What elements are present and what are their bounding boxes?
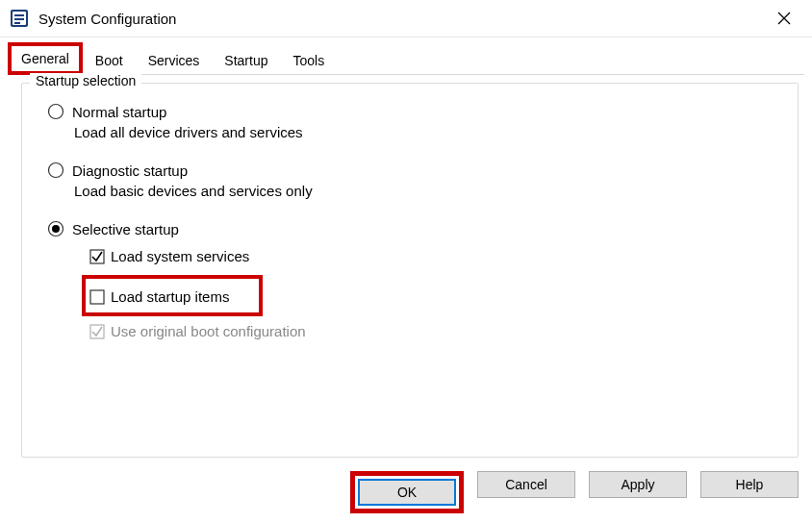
checkbox-load-startup-items-label: Load startup items <box>111 288 229 305</box>
tab-boot[interactable]: Boot <box>83 47 136 75</box>
radio-selective-startup[interactable]: Selective startup <box>47 220 778 237</box>
cancel-button[interactable]: Cancel <box>477 471 575 498</box>
radio-diagnostic-desc: Load basic devices and services only <box>74 183 778 199</box>
radio-selective-label: Selective startup <box>72 221 179 237</box>
ok-button[interactable]: OK <box>358 479 456 506</box>
svg-rect-12 <box>90 290 104 304</box>
radio-normal-label: Normal startup <box>72 104 166 120</box>
tab-tools[interactable]: Tools <box>280 47 337 75</box>
svg-point-7 <box>49 105 63 119</box>
titlebar: System Configuration <box>0 0 812 37</box>
checkbox-use-original-boot: Use original boot configuration <box>86 322 778 340</box>
svg-rect-4 <box>14 22 20 24</box>
checkbox-checked-disabled-icon <box>89 324 105 339</box>
system-configuration-window: System Configuration General Boot Servic… <box>0 0 812 523</box>
checkbox-unchecked-icon <box>89 289 105 305</box>
tab-strip: General Boot Services Startup Tools <box>8 45 804 75</box>
help-button[interactable]: Help <box>700 471 799 498</box>
close-icon <box>777 12 791 25</box>
radio-normal-desc: Load all device drivers and services <box>74 124 778 140</box>
checkbox-load-startup-items[interactable]: Load startup items <box>82 275 263 316</box>
highlight-general-tab: General <box>8 42 83 75</box>
radio-unchecked-icon <box>47 162 64 179</box>
radio-checked-icon <box>47 220 64 237</box>
radio-diagnostic-label: Diagnostic startup <box>72 162 188 179</box>
checkbox-checked-icon <box>89 249 105 264</box>
tab-startup[interactable]: Startup <box>212 47 280 75</box>
svg-point-10 <box>52 225 60 233</box>
startup-selection-group: Startup selection Normal startup Load al… <box>21 83 799 458</box>
tab-general[interactable]: General <box>13 48 77 69</box>
svg-point-8 <box>49 163 63 178</box>
dialog-buttons: OK Cancel Apply Help <box>350 471 799 513</box>
apply-button[interactable]: Apply <box>589 471 687 498</box>
app-icon <box>10 9 29 28</box>
svg-rect-2 <box>14 14 24 16</box>
highlight-ok-button: OK <box>350 471 464 513</box>
checkbox-use-original-boot-label: Use original boot configuration <box>111 323 306 339</box>
tab-services[interactable]: Services <box>136 47 213 75</box>
svg-rect-3 <box>14 18 24 20</box>
window-title: System Configuration <box>38 11 762 27</box>
radio-unchecked-icon <box>47 103 64 120</box>
group-label: Startup selection <box>30 73 141 88</box>
checkbox-load-system-services-label: Load system services <box>111 248 249 264</box>
radio-diagnostic-startup[interactable]: Diagnostic startup <box>47 162 778 179</box>
checkbox-load-system-services[interactable]: Load system services <box>86 247 778 265</box>
close-button[interactable] <box>762 4 806 33</box>
radio-normal-startup[interactable]: Normal startup <box>47 103 778 120</box>
